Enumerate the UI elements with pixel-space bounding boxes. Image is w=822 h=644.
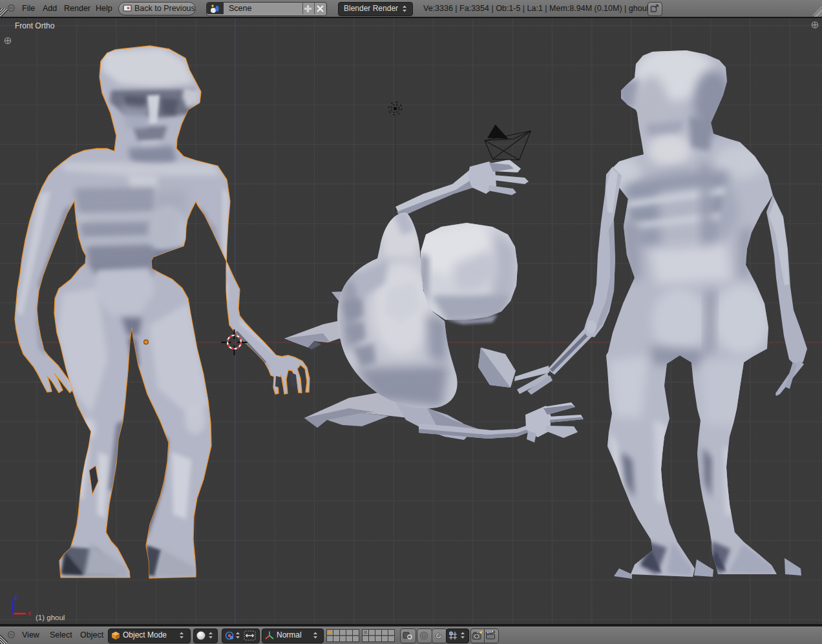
svg-text:z: z bbox=[14, 594, 17, 601]
svg-text:(1) ghoul: (1) ghoul bbox=[36, 614, 65, 621]
svg-text:Front Ortho: Front Ortho bbox=[15, 21, 55, 30]
svg-text:x: x bbox=[28, 610, 31, 617]
